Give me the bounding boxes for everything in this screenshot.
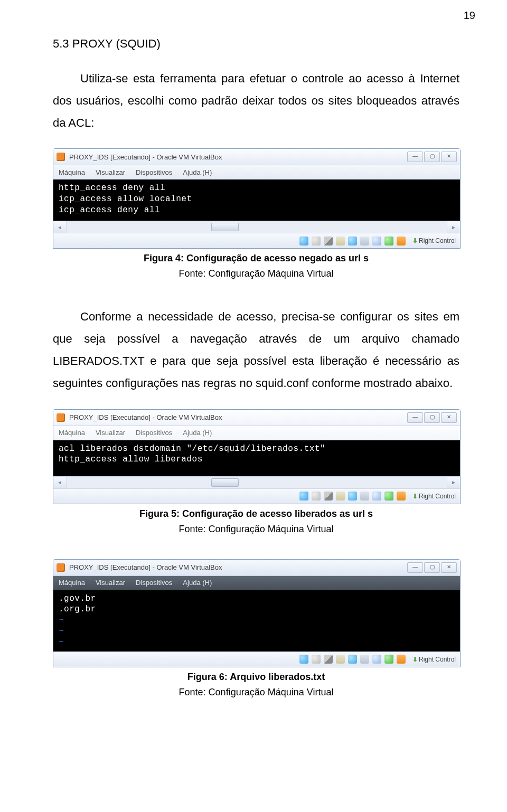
- display-icon[interactable]: [360, 655, 369, 664]
- vbox-statusbar: ⬇Right Control: [53, 488, 460, 504]
- vbox-statusbar: ⬇Right Control: [53, 233, 460, 248]
- vbox-menubar: Máquina Visualizar Dispositivos Ajuda (H…: [53, 426, 460, 440]
- horizontal-scrollbar[interactable]: ◄ ►: [53, 221, 460, 233]
- mouse-capture-icon[interactable]: [397, 492, 406, 501]
- maximize-button[interactable]: ▢: [424, 412, 440, 423]
- vbox-window: PROXY_IDS [Executando] - Oracle VM Virtu…: [53, 148, 461, 249]
- scroll-track[interactable]: [67, 477, 447, 488]
- maximize-button[interactable]: ▢: [424, 152, 440, 162]
- menu-dispositivos[interactable]: Dispositivos: [136, 429, 172, 437]
- page-number: 19: [464, 10, 475, 22]
- scroll-thumb[interactable]: [211, 478, 239, 487]
- fig5-source: Fonte: Configuração Máquina Virtual: [53, 524, 459, 535]
- fig6-source: Fonte: Configuração Máquina Virtual: [53, 687, 459, 698]
- close-button[interactable]: ✕: [441, 562, 457, 573]
- terminal-output: acl liberados dstdomain "/etc/squid/libe…: [53, 440, 460, 476]
- disk-icon[interactable]: [299, 655, 308, 664]
- mouse-capture-icon[interactable]: [397, 655, 406, 664]
- menu-visualizar[interactable]: Visualizar: [96, 579, 125, 587]
- pen-icon[interactable]: [324, 237, 333, 246]
- network-icon[interactable]: [348, 655, 357, 664]
- display-icon[interactable]: [360, 492, 369, 501]
- menu-ajuda[interactable]: Ajuda (H): [183, 168, 212, 176]
- minimize-button[interactable]: —: [407, 412, 423, 423]
- screenshot-fig4: PROXY_IDS [Executando] - Oracle VM Virtu…: [53, 148, 459, 249]
- menu-maquina[interactable]: Máquina: [59, 429, 85, 437]
- network-icon[interactable]: [348, 237, 357, 246]
- vbox-title-text: PROXY_IDS [Executando] - Oracle VM Virtu…: [69, 153, 407, 161]
- scroll-right-icon[interactable]: ►: [447, 477, 460, 488]
- menu-visualizar[interactable]: Visualizar: [96, 168, 125, 176]
- host-key-label: ⬇Right Control: [409, 493, 456, 500]
- folder-icon[interactable]: [336, 492, 345, 501]
- scroll-track[interactable]: [67, 221, 447, 233]
- vbox-title-text: PROXY_IDS [Executando] - Oracle VM Virtu…: [69, 563, 407, 571]
- horizontal-scrollbar[interactable]: ◄ ►: [53, 476, 460, 488]
- host-key-label: ⬇Right Control: [409, 237, 456, 244]
- paragraph-1: Utiliza-se esta ferramenta para efetuar …: [53, 68, 459, 134]
- fig6-caption: Figura 6: Arquivo liberados.txt: [53, 672, 459, 683]
- folder-icon[interactable]: [336, 655, 345, 664]
- pen-icon[interactable]: [324, 655, 333, 664]
- menu-dispositivos[interactable]: Dispositivos: [136, 168, 172, 176]
- screenshot-fig6: PROXY_IDS [Executando] - Oracle VM Virtu…: [53, 559, 459, 667]
- scroll-left-icon[interactable]: ◄: [53, 221, 67, 233]
- paragraph-2: Conforme a necessidade de acesso, precis…: [53, 306, 459, 394]
- folder-icon[interactable]: [336, 237, 345, 246]
- share-icon[interactable]: [372, 492, 381, 501]
- vbox-window: PROXY_IDS [Executando] - Oracle VM Virtu…: [53, 559, 461, 667]
- scroll-left-icon[interactable]: ◄: [53, 477, 67, 488]
- fig4-caption: Figura 4: Configuração de acesso negado …: [53, 253, 459, 264]
- network-icon[interactable]: [348, 492, 357, 501]
- menu-ajuda[interactable]: Ajuda (H): [183, 579, 212, 587]
- scroll-thumb[interactable]: [211, 223, 239, 231]
- vbox-statusbar: ⬇Right Control: [53, 652, 460, 667]
- optical-icon[interactable]: [312, 492, 321, 501]
- disk-icon[interactable]: [299, 237, 308, 246]
- close-button[interactable]: ✕: [441, 412, 457, 423]
- capture-icon[interactable]: [384, 237, 393, 246]
- vbox-titlebar: PROXY_IDS [Executando] - Oracle VM Virtu…: [53, 149, 460, 165]
- vbox-app-icon: [57, 413, 65, 422]
- menu-maquina[interactable]: Máquina: [59, 579, 85, 587]
- mouse-capture-icon[interactable]: [397, 237, 406, 246]
- optical-icon[interactable]: [312, 655, 321, 664]
- fig5-caption: Figura 5: Configuração de acesso liberad…: [53, 508, 459, 520]
- terminal-output: http_access deny all icp_access allow lo…: [53, 180, 460, 221]
- screenshot-fig5: PROXY_IDS [Executando] - Oracle VM Virtu…: [53, 409, 459, 504]
- share-icon[interactable]: [372, 237, 381, 246]
- vbox-menubar: Máquina Visualizar Dispositivos Ajuda (H…: [53, 576, 460, 590]
- capture-icon[interactable]: [384, 492, 393, 501]
- terminal-output: .gov.br .org.br ~ ~ ~: [53, 590, 460, 652]
- menu-ajuda[interactable]: Ajuda (H): [183, 429, 212, 437]
- pen-icon[interactable]: [324, 492, 333, 501]
- fig4-source: Fonte: Configuração Máquina Virtual: [53, 268, 459, 279]
- menu-dispositivos[interactable]: Dispositivos: [136, 579, 172, 587]
- optical-icon[interactable]: [312, 237, 321, 246]
- scroll-right-icon[interactable]: ►: [447, 221, 460, 233]
- capture-icon[interactable]: [384, 655, 393, 664]
- menu-visualizar[interactable]: Visualizar: [96, 429, 125, 437]
- maximize-button[interactable]: ▢: [424, 562, 440, 573]
- share-icon[interactable]: [372, 655, 381, 664]
- section-title: 5.3 PROXY (SQUID): [53, 37, 459, 51]
- vbox-menubar: Máquina Visualizar Dispositivos Ajuda (H…: [53, 165, 460, 180]
- vbox-app-icon: [57, 563, 65, 572]
- vbox-titlebar: PROXY_IDS [Executando] - Oracle VM Virtu…: [53, 410, 460, 426]
- menu-maquina[interactable]: Máquina: [59, 168, 85, 176]
- vbox-window: PROXY_IDS [Executando] - Oracle VM Virtu…: [53, 409, 461, 504]
- vbox-title-text: PROXY_IDS [Executando] - Oracle VM Virtu…: [69, 413, 407, 421]
- disk-icon[interactable]: [299, 492, 308, 501]
- vbox-app-icon: [57, 153, 65, 161]
- minimize-button[interactable]: —: [407, 152, 423, 162]
- minimize-button[interactable]: —: [407, 562, 423, 573]
- vbox-titlebar: PROXY_IDS [Executando] - Oracle VM Virtu…: [53, 560, 460, 576]
- host-key-label: ⬇Right Control: [409, 656, 456, 663]
- close-button[interactable]: ✕: [441, 152, 457, 162]
- display-icon[interactable]: [360, 237, 369, 246]
